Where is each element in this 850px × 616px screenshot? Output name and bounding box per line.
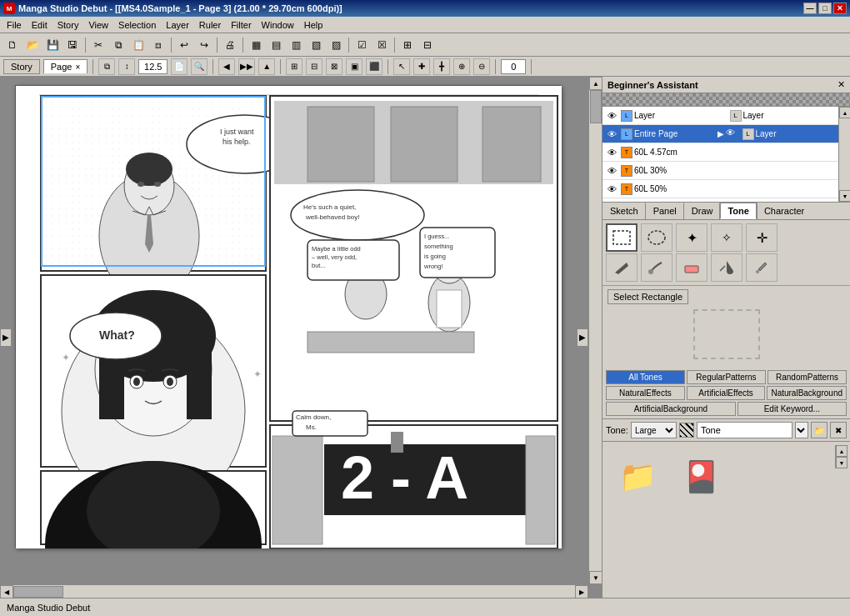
tool-fill[interactable] bbox=[711, 253, 742, 282]
menu-layer[interactable]: Layer bbox=[161, 19, 194, 31]
menu-help[interactable]: Help bbox=[299, 19, 328, 31]
tb-check[interactable]: ☑ bbox=[352, 36, 371, 54]
tool-brush[interactable] bbox=[641, 253, 672, 282]
menu-window[interactable]: Window bbox=[257, 19, 299, 31]
layer-eye-5[interactable]: 👁 bbox=[604, 183, 619, 196]
canvas-vscrollbar[interactable]: ▲ ▼ bbox=[588, 77, 602, 584]
tone-action-btn-2[interactable]: ✖ bbox=[830, 422, 847, 438]
rotate-input[interactable]: 0 bbox=[501, 59, 526, 74]
layer-scroll-up[interactable]: ▲ bbox=[839, 107, 850, 118]
pt-select4[interactable]: ▣ bbox=[346, 58, 362, 75]
tool-eraser[interactable] bbox=[676, 253, 708, 282]
pt-play[interactable]: ▶▶ bbox=[238, 58, 255, 75]
pt-tool2[interactable]: ✚ bbox=[413, 58, 430, 75]
tool-wand1[interactable]: ✦ bbox=[676, 223, 708, 252]
minimize-button[interactable]: — bbox=[803, 3, 817, 14]
pt-next[interactable]: ▲ bbox=[258, 58, 275, 75]
tb-cut[interactable]: ✂ bbox=[89, 36, 108, 54]
cat-all-tones[interactable]: All Tones bbox=[606, 370, 685, 384]
pt-tool5[interactable]: ⊖ bbox=[473, 58, 490, 75]
tool-wand2[interactable]: ✧ bbox=[711, 223, 742, 252]
tab-character[interactable]: Character bbox=[757, 203, 812, 219]
layer-eye-3[interactable]: 👁 bbox=[604, 146, 619, 159]
cat-random-patterns[interactable]: RandomPatterns bbox=[768, 370, 847, 384]
menu-ruler[interactable]: Ruler bbox=[194, 19, 226, 31]
pt-tool1[interactable]: ↖ bbox=[393, 58, 410, 75]
tone-name-dropdown[interactable] bbox=[795, 422, 808, 438]
tb-check2[interactable]: ☒ bbox=[372, 36, 391, 54]
layer-eye-2[interactable]: 👁 bbox=[604, 128, 619, 141]
tb-paste2[interactable]: ⧈ bbox=[149, 36, 168, 54]
tool-select-rect[interactable] bbox=[606, 223, 638, 252]
tab-sketch[interactable]: Sketch bbox=[602, 203, 646, 219]
pt-page-icon[interactable]: 📄 bbox=[171, 58, 188, 75]
pt-zoom-icon[interactable]: 🔍 bbox=[191, 58, 208, 75]
swatches-vscrollbar[interactable]: ▲ ▼ bbox=[835, 445, 847, 468]
cat-natural-background[interactable]: NaturalBackground bbox=[767, 386, 847, 400]
tone-folder-icon[interactable]: 📁 bbox=[612, 452, 662, 502]
swatch-scroll-down[interactable]: ▼ bbox=[836, 457, 848, 468]
menu-selection[interactable]: Selection bbox=[113, 19, 161, 31]
pt-select3[interactable]: ⊠ bbox=[326, 58, 342, 75]
tb-undo[interactable]: ↩ bbox=[175, 36, 193, 54]
hscroll-left[interactable]: ◀ bbox=[0, 585, 13, 598]
canvas-hscrollbar[interactable]: ◀ ▶ bbox=[0, 584, 588, 598]
cat-natural-effects[interactable]: NaturalEffects bbox=[606, 386, 685, 400]
pt-select2[interactable]: ⊟ bbox=[306, 58, 322, 75]
tb-paste[interactable]: 📋 bbox=[129, 36, 148, 54]
tb-grid7[interactable]: ⊟ bbox=[418, 36, 437, 54]
hscroll-right[interactable]: ▶ bbox=[575, 585, 588, 598]
cat-artificial-effects[interactable]: ArtificialEffects bbox=[687, 386, 766, 400]
pt-tool4[interactable]: ⊕ bbox=[453, 58, 470, 75]
page-tab[interactable]: Page × bbox=[43, 59, 88, 73]
assistant-close[interactable]: ✕ bbox=[838, 79, 845, 90]
menu-edit[interactable]: Edit bbox=[27, 19, 52, 31]
tb-grid4[interactable]: ▧ bbox=[307, 36, 325, 54]
pt-prev[interactable]: ◀ bbox=[218, 58, 235, 75]
tab-tone[interactable]: Tone bbox=[720, 203, 756, 219]
vscroll-thumb[interactable] bbox=[590, 90, 602, 123]
cat-artificial-background[interactable]: ArtificialBackground bbox=[606, 402, 736, 416]
tone-action-btn-1[interactable]: 📁 bbox=[811, 422, 828, 438]
tb-save2[interactable]: 🖫 bbox=[63, 36, 82, 54]
tb-grid6[interactable]: ⊞ bbox=[398, 36, 417, 54]
pt-select5[interactable]: ⬛ bbox=[366, 58, 382, 75]
tb-grid2[interactable]: ▤ bbox=[267, 36, 285, 54]
pt-tool3[interactable]: ╋ bbox=[433, 58, 450, 75]
menu-story[interactable]: Story bbox=[52, 19, 84, 31]
tool-move[interactable]: ✛ bbox=[746, 223, 778, 252]
tool-ellipse-select[interactable] bbox=[641, 223, 672, 252]
layer-eye-4[interactable]: 👁 bbox=[604, 164, 619, 178]
right-nav-arrow[interactable]: ▶ bbox=[577, 328, 588, 347]
cat-edit-keyword[interactable]: Edit Keyword... bbox=[738, 402, 847, 416]
tb-save[interactable]: 💾 bbox=[43, 36, 62, 54]
tone-size-dropdown[interactable]: Large Medium Small bbox=[631, 422, 677, 438]
swatch-scroll-up[interactable]: ▲ bbox=[836, 445, 848, 457]
hscroll-thumb[interactable] bbox=[13, 586, 63, 598]
tool-pen[interactable] bbox=[606, 253, 638, 282]
layer-eye-1[interactable]: 👁 bbox=[604, 109, 619, 123]
layer-scroll-down[interactable]: ▼ bbox=[839, 190, 850, 202]
tb-print[interactable]: 🖨 bbox=[221, 36, 239, 54]
vscroll-down[interactable]: ▼ bbox=[589, 571, 602, 584]
zoom-input[interactable]: 12.5 bbox=[138, 59, 168, 74]
tab-panel[interactable]: Panel bbox=[646, 203, 684, 219]
vscroll-up[interactable]: ▲ bbox=[589, 77, 602, 90]
left-nav-arrow[interactable]: ▶ bbox=[0, 328, 12, 347]
pt-arrow-icon[interactable]: ↕ bbox=[118, 58, 135, 75]
pt-select1[interactable]: ⊞ bbox=[286, 58, 302, 75]
pt-copy-icon[interactable]: ⧉ bbox=[98, 58, 115, 75]
tb-new[interactable]: 🗋 bbox=[3, 36, 22, 54]
layer-vscrollbar[interactable]: ▲ ▼ bbox=[838, 107, 850, 202]
menu-filter[interactable]: Filter bbox=[226, 19, 256, 31]
tb-open[interactable]: 📂 bbox=[23, 36, 42, 54]
cat-regular-patterns[interactable]: RegularPatterns bbox=[687, 370, 766, 384]
layer-eye-right-2[interactable]: 👁 bbox=[726, 128, 741, 141]
menu-view[interactable]: View bbox=[83, 19, 113, 31]
tb-grid1[interactable]: ▦ bbox=[247, 36, 265, 54]
tb-redo[interactable]: ↪ bbox=[195, 36, 213, 54]
close-button[interactable]: ✕ bbox=[833, 3, 847, 14]
page-tab-close[interactable]: × bbox=[75, 63, 80, 72]
menu-file[interactable]: File bbox=[2, 19, 27, 31]
tool-pipette[interactable] bbox=[746, 253, 778, 282]
